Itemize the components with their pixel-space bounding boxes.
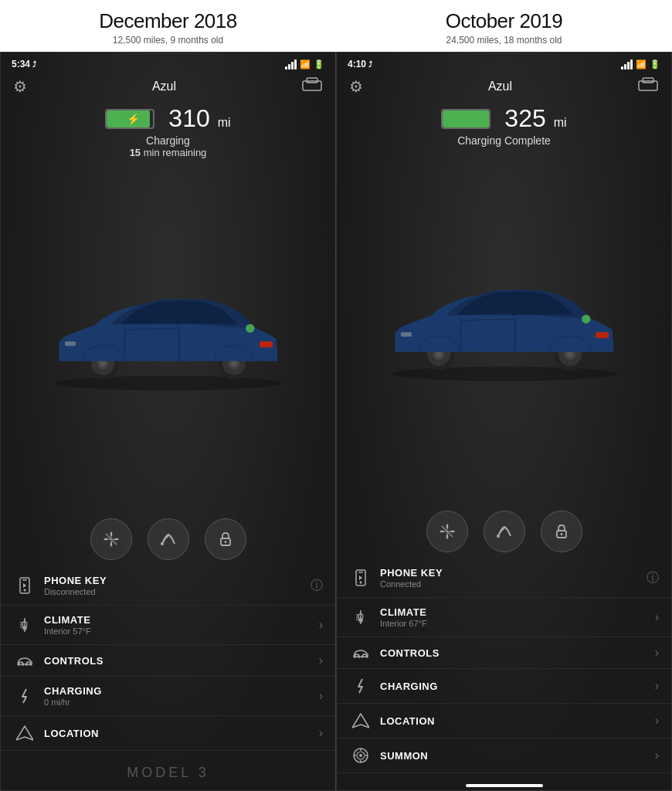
- right-charging-icon: [349, 677, 372, 694]
- left-settings-icon[interactable]: ⚙: [13, 77, 27, 96]
- right-charging-chevron: ›: [655, 679, 659, 693]
- right-phone-key-sub: Connected: [380, 579, 647, 589]
- right-phone-key-icon: [349, 569, 372, 586]
- left-location-icon: [13, 725, 36, 742]
- left-charging-time: 15 min remaining: [130, 147, 207, 158]
- left-menu-climate[interactable]: CLIMATE Interior 57°F ›: [1, 606, 335, 645]
- left-climate-sub: Interior 57°F: [44, 626, 319, 636]
- right-car-svg: [373, 268, 636, 385]
- left-location-content: LOCATION: [36, 728, 319, 739]
- left-location-chevron: ›: [319, 726, 323, 740]
- left-battery-status-icon: 🔋: [314, 59, 324, 70]
- left-menu-phone-key[interactable]: PHONE KEY Disconnected ⓘ: [1, 566, 335, 606]
- left-trunk-icon[interactable]: [301, 76, 323, 97]
- svg-point-48: [497, 535, 500, 538]
- left-menu-controls[interactable]: CONTROLS ›: [1, 645, 335, 677]
- right-summon-title: SUMMON: [380, 750, 655, 762]
- svg-marker-61: [352, 714, 369, 728]
- svg-point-24: [22, 626, 27, 630]
- left-wifi-icon: 📶: [300, 59, 311, 70]
- left-model-logo: MODEL 3: [1, 757, 335, 790]
- left-fan-button[interactable]: [90, 518, 132, 560]
- right-climate-chevron: ›: [655, 610, 659, 624]
- right-fan-button[interactable]: [426, 511, 468, 552]
- left-charging-title: CHARGING: [44, 685, 319, 697]
- right-menu-phone-key[interactable]: PHONE KEY Connected ⓘ: [337, 558, 671, 598]
- right-phone-key-content: PHONE KEY Connected: [372, 567, 647, 589]
- right-subtitle: 24,500 miles, 18 months old: [336, 35, 672, 46]
- right-location-chevron: ›: [655, 714, 659, 728]
- left-top-bar: ⚙ Azul: [1, 73, 335, 101]
- right-range-unit: mi: [554, 116, 567, 130]
- right-home-indicator: [337, 779, 671, 790]
- right-location-icon: [349, 712, 372, 729]
- left-phone-key-info-icon[interactable]: ⓘ: [311, 578, 323, 594]
- left-climate-content: CLIMATE Interior 57°F: [36, 614, 319, 636]
- svg-point-64: [359, 754, 362, 757]
- left-signal-icon: [285, 59, 297, 70]
- left-menu-list: PHONE KEY Disconnected ⓘ: [1, 566, 335, 757]
- left-menu-charging[interactable]: CHARGING 0 mi/hr ›: [1, 677, 335, 716]
- left-battery-area: ⚡ 310 mi Charging 15 min remaining: [1, 101, 335, 160]
- right-menu-location[interactable]: LOCATION ›: [337, 704, 671, 738]
- right-summon-chevron: ›: [655, 749, 659, 762]
- right-climate-title: CLIMATE: [380, 606, 655, 618]
- left-wipers-button[interactable]: [148, 518, 189, 560]
- left-phone-key-sub: Disconnected: [44, 587, 311, 596]
- left-subtitle: 12,500 miles, 9 months old: [0, 35, 336, 46]
- right-battery-fill: [443, 110, 489, 127]
- right-menu-controls[interactable]: CONTROLS ›: [337, 637, 671, 669]
- svg-point-14: [246, 324, 254, 333]
- right-menu-summon[interactable]: SUMMON ›: [337, 738, 671, 773]
- right-charging-content: CHARGING: [372, 681, 655, 692]
- left-car-svg: [37, 277, 300, 394]
- svg-rect-44: [400, 332, 411, 337]
- right-location-title: LOCATION: [380, 715, 655, 727]
- left-climate-title: CLIMATE: [44, 614, 319, 626]
- right-wipers-button[interactable]: [484, 511, 525, 552]
- right-settings-icon[interactable]: ⚙: [349, 77, 363, 96]
- right-quick-actions: [337, 504, 671, 558]
- left-charging-time-bold: 15: [130, 147, 141, 158]
- left-controls-chevron: ›: [319, 654, 323, 667]
- left-menu-location[interactable]: LOCATION ›: [1, 716, 335, 751]
- left-phone-key-content: PHONE KEY Disconnected: [36, 575, 311, 596]
- right-charging-title: CHARGING: [380, 681, 655, 692]
- svg-point-45: [582, 314, 590, 323]
- left-charging-content: CHARGING 0 mi/hr: [36, 685, 319, 707]
- left-phone-key-title: PHONE KEY: [44, 575, 311, 586]
- right-menu-charging[interactable]: CHARGING ›: [337, 669, 671, 704]
- left-status-left: 5:34 ⤴: [12, 59, 36, 70]
- right-battery-container: [441, 107, 497, 131]
- left-battery-row: ⚡ 310 mi: [105, 104, 230, 133]
- left-lock-button[interactable]: [205, 518, 246, 560]
- left-charging-bolt: ⚡: [127, 113, 140, 125]
- left-quick-actions: [1, 512, 335, 566]
- right-signal-icon: [621, 59, 633, 70]
- right-phone-key-info-icon[interactable]: ⓘ: [647, 570, 659, 586]
- left-charging-chevron: ›: [319, 689, 323, 703]
- svg-rect-43: [596, 332, 609, 338]
- phones-row: 5:34 ⤴ 📶 🔋 ⚙ Azul: [0, 52, 672, 791]
- right-climate-content: CLIMATE Interior 67°F: [372, 606, 655, 628]
- right-range-value: 325: [504, 104, 545, 133]
- right-location-arrow: ⤴: [368, 60, 372, 69]
- svg-point-52: [360, 582, 362, 584]
- right-trunk-icon[interactable]: [637, 76, 659, 97]
- right-summon-icon: [349, 747, 372, 764]
- right-home-bar: [466, 784, 543, 787]
- right-menu-climate[interactable]: CLIMATE Interior 67°F ›: [337, 598, 671, 637]
- right-status-bar: 4:10 ⤴ 📶 🔋: [337, 53, 671, 73]
- left-time: 5:34: [12, 59, 30, 70]
- left-location-arrow: ⤴: [32, 60, 36, 69]
- left-title: December 2018: [0, 9, 336, 33]
- left-charging-sub: 0 mi/hr: [44, 698, 319, 707]
- right-top-bar: ⚙ Azul: [337, 73, 671, 101]
- svg-point-19: [224, 541, 226, 543]
- right-time: 4:10: [348, 59, 366, 70]
- right-title: October 2019: [336, 9, 672, 33]
- right-controls-content: CONTROLS: [372, 647, 655, 659]
- right-lock-button[interactable]: [541, 511, 582, 552]
- svg-point-33: [391, 366, 617, 381]
- svg-point-17: [161, 542, 164, 545]
